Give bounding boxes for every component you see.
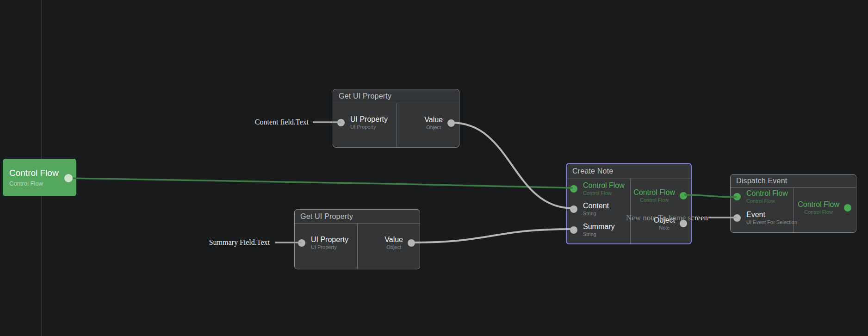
port-label: UI Property <box>311 236 348 244</box>
port-row: Value Object <box>380 236 415 250</box>
port-type: Note <box>659 225 670 231</box>
node-create-note[interactable]: Create Note Control Flow Control Flow Co… <box>566 163 692 244</box>
port-row: UI Property UI Property <box>337 115 393 130</box>
port-type: UI Property <box>311 244 348 250</box>
edge-control-flow-to-create-note[interactable] <box>68 178 573 188</box>
port-label: Control Flow <box>633 188 675 197</box>
port-label: Value <box>424 116 443 124</box>
value-label-content-field[interactable]: Content field.Text <box>255 118 309 127</box>
node-subtitle: Control Flow <box>9 180 43 187</box>
column-divider <box>397 103 397 147</box>
port-row: Summary String <box>570 223 620 237</box>
port-row: Value Object <box>420 116 455 131</box>
port-row: Content String <box>570 202 614 217</box>
node-control-flow[interactable]: Control Flow Control Flow <box>3 159 76 196</box>
node-title: Get UI Property <box>300 212 353 221</box>
port-label: Content <box>583 202 609 210</box>
port-label: Value <box>384 236 403 244</box>
port-label: Control Flow <box>583 181 625 190</box>
node-header[interactable]: Create Note <box>567 164 691 179</box>
port-type: Control Flow <box>746 198 788 204</box>
port-type: Object <box>426 124 441 131</box>
port-type: Control Flow <box>640 197 669 203</box>
value-label-summary-field[interactable]: Summary Field.Text <box>209 238 270 247</box>
edge-value-to-summary[interactable] <box>412 229 572 243</box>
port-row: UI Property UI Property <box>298 236 354 250</box>
port-type: Control Flow <box>583 190 625 196</box>
output-port-control-flow[interactable] <box>64 174 73 182</box>
edges-layer <box>0 0 868 336</box>
edge-create-note-to-dispatch-event[interactable] <box>684 195 737 197</box>
node-get-ui-property-top[interactable]: Get UI Property UI Property UI Property … <box>333 89 459 148</box>
node-get-ui-property-bottom[interactable]: Get UI Property UI Property UI Property … <box>294 209 420 269</box>
port-row: Control Flow Control Flow <box>570 181 630 196</box>
port-type: Object <box>386 244 401 250</box>
port-label: Summary <box>583 223 614 231</box>
value-label-note-dimmed[interactable]: New note To home screen <box>626 213 692 223</box>
node-title: Dispatch Event <box>736 177 787 185</box>
node-dispatch-event[interactable]: Dispatch Event Control Flow Control Flow… <box>730 174 856 233</box>
node-title: Control Flow <box>9 168 59 178</box>
port-row: Control Flow Control Flow <box>629 188 687 203</box>
port-type: String <box>583 231 614 237</box>
node-header[interactable]: Get UI Property <box>295 210 420 224</box>
output-port-control-flow[interactable] <box>680 192 687 199</box>
node-title: Create Note <box>572 167 613 175</box>
port-label: Control Flow <box>746 189 788 198</box>
port-row: Control Flow Control Flow <box>733 189 794 204</box>
node-title: Get UI Property <box>339 92 391 100</box>
column-divider <box>357 223 358 269</box>
output-port-control-flow[interactable] <box>844 204 851 212</box>
node-header[interactable]: Get UI Property <box>333 89 459 103</box>
port-type: UI Property <box>350 124 388 130</box>
port-label: Control Flow <box>798 200 839 209</box>
node-graph-canvas: Control Flow Control Flow Get UI Propert… <box>0 0 868 336</box>
input-port-content[interactable] <box>570 205 577 213</box>
port-label: UI Property <box>350 115 388 124</box>
input-port-control-flow[interactable] <box>570 185 577 193</box>
edge-value-to-content[interactable] <box>452 123 573 208</box>
node-header[interactable]: Dispatch Event <box>731 174 856 188</box>
port-type: String <box>583 211 609 217</box>
